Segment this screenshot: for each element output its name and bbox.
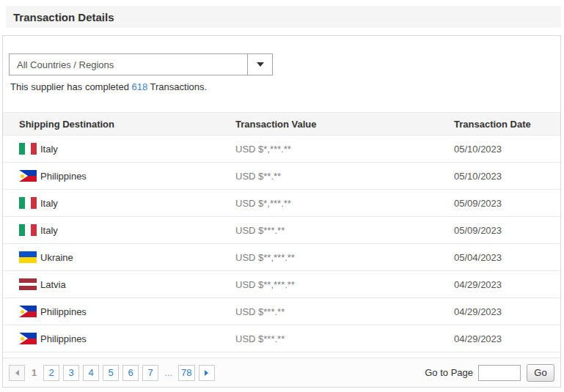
goto-page-input[interactable] [478, 365, 521, 381]
table-header-row: Shipping Destination Transaction Value T… [3, 113, 560, 136]
summary-suffix: Transactions. [147, 81, 207, 92]
transactions-table: Shipping Destination Transaction Value T… [3, 112, 560, 352]
pagination-bar: 1234567...78 Go to Page Go [3, 358, 560, 387]
transaction-date-cell: 05/10/2023 [450, 136, 560, 163]
country-label: Italy [40, 144, 58, 155]
chevron-left-icon [15, 370, 19, 376]
transaction-date-cell: 05/09/2023 [450, 217, 560, 244]
page-title-bar: Transaction Details [6, 6, 561, 28]
page-button-5[interactable]: 5 [103, 365, 119, 381]
transaction-value-cell: USD $***.** [235, 325, 450, 352]
page-button-2[interactable]: 2 [43, 365, 59, 381]
column-header-transaction-date: Transaction Date [450, 113, 560, 136]
country-filter-dropdown[interactable]: All Countries / Regions [9, 53, 273, 75]
prev-page-button[interactable] [9, 365, 25, 381]
shipping-destination-cell: Italy [19, 224, 235, 236]
summary-prefix: This supplier has completed [10, 81, 131, 92]
transactions-summary: This supplier has completed 618 Transact… [10, 81, 207, 92]
transaction-date-cell: 05/04/2023 [450, 244, 560, 271]
country-filter-selected-value: All Countries / Regions [10, 59, 247, 70]
chevron-right-icon [205, 370, 208, 376]
page-title: Transaction Details [13, 11, 114, 23]
transaction-value-cell: USD $***.** [235, 217, 450, 244]
shipping-destination-cell: Ukraine [19, 251, 235, 263]
transaction-value-cell: USD $***.** [235, 298, 450, 325]
page-button-78[interactable]: 78 [178, 365, 194, 381]
column-header-shipping-destination: Shipping Destination [3, 113, 235, 136]
italy-flag-icon [19, 224, 37, 236]
italy-flag-icon [19, 197, 37, 209]
shipping-destination-cell: Italy [19, 197, 235, 209]
page-button-7[interactable]: 7 [142, 365, 158, 381]
shipping-destination-cell: Philippines [19, 170, 235, 182]
shipping-destination-cell: Latvia [19, 278, 235, 290]
country-label: Philippines [40, 306, 87, 317]
transaction-value-cell: USD $**,***.** [235, 271, 450, 298]
country-label: Italy [40, 198, 58, 209]
chevron-down-icon [257, 62, 264, 67]
philippines-flag-icon [19, 170, 37, 182]
country-label: Philippines [40, 171, 87, 182]
goto-page-area: Go to Page Go [425, 364, 554, 382]
country-label: Latvia [40, 279, 66, 290]
transaction-value-cell: USD $*,***.** [235, 136, 450, 163]
transaction-date-cell: 05/10/2023 [450, 163, 560, 190]
latvia-flag-icon [19, 278, 37, 290]
philippines-flag-icon [19, 306, 37, 317]
country-label: Italy [40, 225, 58, 236]
table-row: Ukraine USD $**,***.** 05/04/2023 [3, 244, 560, 271]
transaction-value-cell: USD $**.** [235, 163, 450, 190]
country-label: Philippines [40, 333, 87, 344]
transaction-date-cell: 04/29/2023 [450, 271, 560, 298]
table-row: Italy USD $*,***.** 05/09/2023 [3, 190, 560, 217]
dropdown-arrow-box [247, 54, 272, 75]
pagination-pages: 1234567...78 [9, 365, 215, 381]
country-label: Ukraine [40, 252, 73, 263]
transaction-date-cell: 04/29/2023 [450, 325, 560, 352]
page-current: 1 [29, 367, 40, 378]
philippines-flag-icon [19, 333, 37, 344]
italy-flag-icon [19, 143, 37, 155]
column-header-transaction-value: Transaction Value [235, 113, 450, 136]
go-button[interactable]: Go [527, 364, 554, 382]
page-button-6[interactable]: 6 [122, 365, 139, 381]
transaction-value-cell: USD $*,***.** [235, 190, 450, 217]
table-row: Italy USD $*,***.** 05/10/2023 [3, 136, 560, 163]
transaction-details-panel: All Countries / Regions This supplier ha… [2, 35, 561, 388]
page-ellipsis: ... [162, 367, 175, 378]
transaction-date-cell: 04/29/2023 [450, 298, 560, 325]
table-row: Latvia USD $**,***.** 04/29/2023 [3, 271, 560, 298]
shipping-destination-cell: Philippines [19, 333, 235, 344]
next-page-button[interactable] [199, 365, 215, 381]
table-row: Philippines USD $***.** 04/29/2023 [3, 298, 560, 325]
table-row: Philippines USD $**.** 05/10/2023 [3, 163, 560, 190]
goto-page-label: Go to Page [425, 367, 473, 378]
transactions-count: 618 [131, 81, 147, 92]
page-button-3[interactable]: 3 [63, 365, 79, 381]
transactions-body: Italy USD $*,***.** 05/10/2023 Philippin… [3, 136, 560, 352]
shipping-destination-cell: Philippines [19, 306, 235, 317]
table-row: Philippines USD $***.** 04/29/2023 [3, 325, 560, 352]
table-row: Italy USD $***.** 05/09/2023 [3, 217, 560, 244]
shipping-destination-cell: Italy [19, 143, 235, 155]
ukraine-flag-icon [19, 251, 37, 263]
page-button-4[interactable]: 4 [83, 365, 99, 381]
transaction-value-cell: USD $**,***.** [235, 244, 450, 271]
transaction-date-cell: 05/09/2023 [450, 190, 560, 217]
